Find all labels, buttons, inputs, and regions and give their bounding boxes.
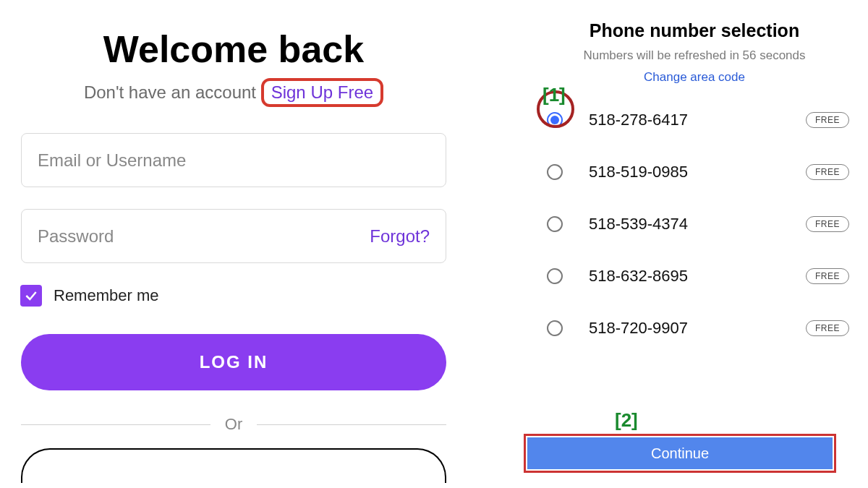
email-placeholder: Email or Username bbox=[38, 150, 186, 171]
continue-highlight: Continue bbox=[524, 434, 836, 473]
alt-login-button[interactable] bbox=[21, 448, 446, 483]
forgot-link[interactable]: Forgot? bbox=[370, 226, 430, 247]
remember-checkbox[interactable] bbox=[20, 285, 42, 307]
check-icon bbox=[24, 288, 38, 303]
free-badge: FREE bbox=[806, 112, 849, 128]
signup-line: Don't have an account Sign Up Free bbox=[13, 78, 454, 107]
number-radio[interactable] bbox=[547, 112, 563, 128]
number-radio[interactable] bbox=[547, 216, 563, 232]
number-label: 518-632-8695 bbox=[589, 267, 688, 286]
free-badge: FREE bbox=[806, 216, 849, 232]
number-label: 518-539-4374 bbox=[589, 215, 688, 234]
email-field[interactable]: Email or Username bbox=[21, 133, 446, 187]
page-title: Welcome back bbox=[13, 27, 454, 71]
divider-line-right bbox=[257, 424, 446, 425]
number-radio[interactable] bbox=[547, 268, 563, 284]
free-badge: FREE bbox=[806, 320, 849, 336]
number-selection-pane: Phone number selection Numbers will be r… bbox=[528, 20, 861, 361]
number-label: 518-519-0985 bbox=[589, 163, 688, 181]
number-row[interactable]: 518-720-9907FREE bbox=[528, 309, 861, 348]
or-divider: Or bbox=[21, 415, 446, 434]
password-field[interactable]: Password Forgot? bbox=[21, 209, 446, 263]
number-row[interactable]: 518-519-0985FREE bbox=[528, 153, 861, 192]
refresh-info: Numbers will be refreshed in 56 seconds bbox=[528, 48, 861, 63]
free-badge: FREE bbox=[806, 268, 849, 284]
number-row[interactable]: 518-632-8695FREE bbox=[528, 257, 861, 296]
change-area-code-link[interactable]: Change area code bbox=[528, 70, 861, 85]
signup-prefix: Don't have an account bbox=[84, 82, 261, 102]
free-badge: FREE bbox=[806, 164, 849, 180]
number-radio[interactable] bbox=[547, 164, 563, 180]
login-button[interactable]: LOG IN bbox=[21, 334, 446, 390]
remember-row: Remember me bbox=[20, 285, 454, 307]
number-label: 518-720-9907 bbox=[589, 319, 688, 338]
number-row[interactable]: 518-278-6417FREE bbox=[528, 100, 861, 140]
or-label: Or bbox=[225, 415, 242, 434]
login-pane: Welcome back Don't have an account Sign … bbox=[13, 27, 454, 483]
number-label: 518-278-6417 bbox=[589, 111, 688, 129]
divider-line-left bbox=[21, 424, 210, 425]
continue-button[interactable]: Continue bbox=[527, 437, 833, 469]
signup-link[interactable]: Sign Up Free bbox=[261, 78, 383, 107]
number-radio[interactable] bbox=[547, 320, 563, 336]
password-placeholder: Password bbox=[38, 226, 114, 247]
selection-title: Phone number selection bbox=[528, 20, 861, 41]
remember-label: Remember me bbox=[54, 286, 158, 305]
number-row[interactable]: 518-539-4374FREE bbox=[528, 205, 861, 244]
number-list: 518-278-6417FREE518-519-0985FREE518-539-… bbox=[528, 100, 861, 348]
annotation-step2: [2] bbox=[615, 409, 638, 432]
